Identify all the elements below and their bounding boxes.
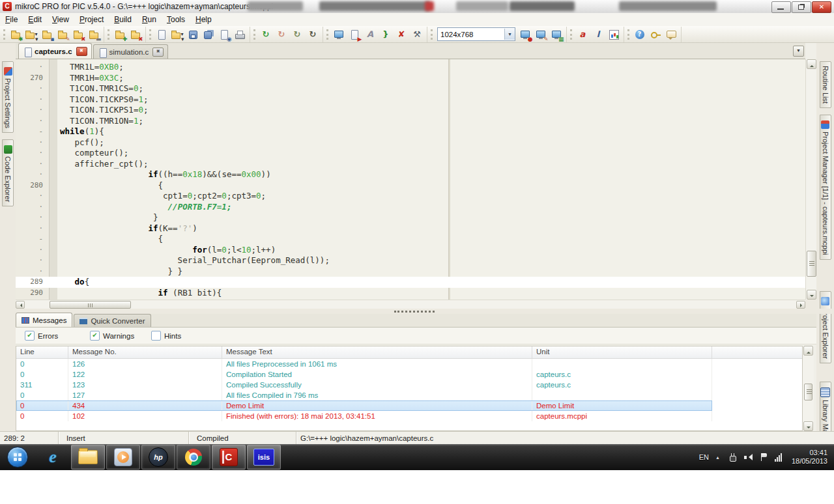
close-button[interactable] [812, 1, 831, 13]
editor-horizontal-scrollbar[interactable] [16, 300, 805, 309]
code-line[interactable]: · TMR1L=0XB0; [16, 62, 805, 73]
build-all-projects-button[interactable]: ↻ [289, 27, 305, 42]
code-line[interactable]: · } } [16, 266, 805, 277]
scroll-up-button[interactable] [807, 59, 816, 69]
fold-marker[interactable]: · [16, 116, 57, 127]
remove-file-from-project-button[interactable]: ✖ [128, 27, 143, 42]
fold-marker[interactable]: · [16, 223, 57, 234]
menu-view[interactable]: View [47, 14, 74, 25]
language-indicator[interactable]: EN [699, 453, 709, 461]
isis-taskbar-button[interactable]: isis [247, 445, 281, 469]
panel-splitter[interactable] [0, 309, 834, 314]
network-signal-icon[interactable] [775, 453, 784, 462]
close-tab-icon[interactable]: ✖ [152, 48, 164, 57]
fold-marker[interactable]: · [16, 212, 57, 223]
restore-button[interactable] [792, 1, 811, 13]
right-tab-project-explorer[interactable]: Project Explorer [820, 291, 831, 363]
scroll-down-button[interactable] [807, 290, 816, 300]
add-file-to-project-button[interactable]: ✚ [112, 27, 128, 42]
fold-marker[interactable]: · [16, 137, 57, 148]
menu-edit[interactable]: Edit [23, 14, 47, 25]
fold-marker[interactable]: · [16, 245, 57, 256]
message-row[interactable]: 311123Compiled Successfullycapteurs.c [16, 380, 802, 390]
message-row[interactable]: 0122Compilation Startedcapteurs.c [16, 369, 802, 380]
splitter-grip[interactable] [394, 311, 435, 313]
view-windows-button[interactable] [331, 27, 347, 42]
save-file-button[interactable] [185, 27, 201, 42]
save-all-files-button[interactable] [201, 27, 216, 42]
statistics-button[interactable] [606, 27, 622, 42]
fold-marker[interactable]: · [16, 105, 57, 116]
code-line[interactable]: · } [16, 212, 805, 223]
edit-layout-button[interactable]: ✎ [533, 27, 549, 42]
mikroc-taskbar-button[interactable]: C [212, 445, 246, 469]
column-header-line[interactable]: Line [16, 346, 68, 358]
code-line[interactable]: - { [16, 234, 805, 245]
vertical-scroll-thumb[interactable] [807, 251, 816, 277]
layout-selector[interactable]: 1024x768▼ [437, 27, 515, 41]
rebuild-all-sources-button[interactable]: ↻ [274, 27, 289, 42]
code-line[interactable]: · afficher_cpt(); [16, 159, 805, 170]
code-line[interactable]: · for(l=0;l<10;l++) [16, 245, 805, 256]
code-line[interactable]: 270 TMR1H=0X3C; [16, 73, 805, 84]
close-project-button[interactable]: ✖ [70, 27, 86, 42]
checkbox-hints[interactable] [151, 331, 161, 341]
code-line[interactable]: 290 if (RB1 bit){ [16, 288, 805, 299]
active-comment-editor-button[interactable]: a [575, 27, 590, 42]
clock[interactable]: 03:41 18/05/2013 [792, 449, 827, 466]
right-tab-routine-list[interactable]: Routine List [820, 61, 831, 108]
editor-vertical-scrollbar[interactable] [805, 59, 816, 300]
code-folding-button[interactable]: } [378, 27, 394, 42]
edit-project-button[interactable]: ✎ [55, 27, 70, 42]
scroll-left-button[interactable] [16, 301, 25, 309]
action-center-icon[interactable] [759, 453, 768, 462]
fold-marker[interactable]: · [16, 191, 57, 202]
menu-run[interactable]: Run [137, 14, 162, 25]
license-manager-button[interactable]: l [590, 27, 606, 42]
code-line[interactable]: · pcf(); [16, 137, 805, 148]
open-file-button[interactable]: ▾▾ [169, 27, 185, 42]
fold-marker[interactable]: - [16, 234, 57, 245]
horizontal-scroll-thumb[interactable] [50, 301, 131, 309]
save-project-button[interactable]: ▪ [39, 27, 55, 42]
tab-list-dropdown-button[interactable]: ▼ [793, 46, 804, 57]
fold-marker[interactable]: · [16, 83, 57, 94]
new-file-button[interactable] [154, 27, 169, 42]
fold-marker[interactable]: · [16, 266, 57, 277]
volume-icon[interactable] [743, 453, 753, 462]
scroll-up-button[interactable] [803, 346, 813, 356]
code-line[interactable]: · compteur(); [16, 148, 805, 159]
menu-help[interactable]: Help [190, 14, 217, 25]
build-and-program-button[interactable]: ↻ [305, 27, 321, 42]
code-line[interactable]: · if(K=='?') [16, 223, 805, 234]
minimize-button[interactable] [771, 1, 791, 13]
left-tab-code-explorer[interactable]: Code Explorer [2, 139, 14, 206]
fold-marker[interactable]: · [16, 148, 57, 159]
fold-marker[interactable]: · [16, 94, 57, 105]
message-row[interactable]: 0434Demo LimitDemo Limit [16, 400, 802, 411]
open-project-button[interactable]: ▾▾ [23, 27, 39, 42]
checkbox-errors[interactable]: ✔ [25, 331, 35, 341]
fold-marker[interactable]: · [16, 62, 57, 73]
macros-button[interactable]: ✘ [394, 27, 409, 42]
close-tab-icon[interactable]: ✖ [76, 47, 87, 56]
panel-tab-messages[interactable]: Messages [16, 313, 72, 327]
editor-tab-capteurs-c[interactable]: capteurs.c✖ [18, 43, 92, 59]
menu-file[interactable]: File [0, 14, 23, 25]
messages-vertical-scrollbar[interactable] [803, 346, 814, 431]
code-line[interactable]: · if((h==0x18)&&(se==0x00)) [16, 169, 805, 180]
apply-layout-button[interactable]: ▦ [549, 27, 564, 42]
fold-marker[interactable]: · [16, 255, 57, 266]
chrome-taskbar-button[interactable] [177, 445, 210, 469]
scroll-right-button[interactable] [796, 301, 805, 309]
help-button[interactable] [632, 27, 648, 42]
clean-project-folder-button[interactable]: ▬ [86, 27, 102, 42]
filter-warnings[interactable]: ✔Warnings [90, 331, 151, 341]
wmp-taskbar-button[interactable] [106, 445, 140, 469]
fold-marker[interactable]: · [16, 169, 57, 180]
view-debug-windows-button[interactable]: ▶ [347, 27, 362, 42]
title-bar[interactable]: C mikroC PRO for PIC v.5.4.0 - G:\=+++ l… [0, 0, 834, 14]
filter-errors[interactable]: ✔Errors [25, 331, 90, 341]
menu-build[interactable]: Build [109, 14, 137, 25]
hp-taskbar-button[interactable]: hp [141, 445, 175, 469]
